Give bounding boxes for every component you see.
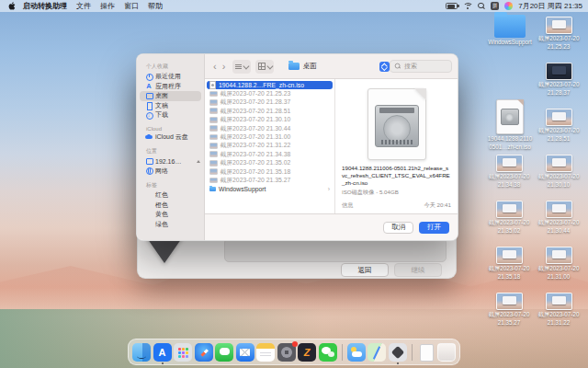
sidebar-item-label: iCloud 云盘 <box>155 132 188 142</box>
file-row-shot[interactable]: 截屏2023-07-20 21.31.22 <box>207 142 333 150</box>
dock-divider <box>412 344 413 361</box>
sidebar-item-tag-red[interactable]: 红色 <box>137 190 204 201</box>
sidebar-item-desktop[interactable]: 桌面 <box>140 91 201 101</box>
list-view-icon <box>235 64 242 65</box>
wifi-icon[interactable] <box>463 3 472 10</box>
desktop-screenshot-icon[interactable]: 截屏2023-07-2021.30.10 <box>533 155 584 188</box>
desktop-icon-label: WindowsSupport <box>484 39 536 46</box>
file-row-shot[interactable]: 截屏2023-07-20 21.35.02 <box>207 159 333 167</box>
view-options-button[interactable] <box>232 60 251 74</box>
sidebar-item-tag-yellow[interactable]: 黄色 <box>137 210 204 220</box>
file-row-shot[interactable]: 截屏2023-07-20 21.35.18 <box>207 167 333 176</box>
menu-bar-clock[interactable]: 7月20日 周四 21:35 <box>518 1 582 11</box>
desktop-screenshot-icon[interactable]: 截屏2023-07-2021.35.27 <box>483 293 535 326</box>
preview-info-label: 信息 <box>342 201 353 210</box>
spotlight-icon[interactable] <box>478 3 485 10</box>
search-field[interactable]: 搜索 <box>390 60 452 73</box>
file-row-shot[interactable]: 截屏2023-07-20 21.25.23 <box>207 89 333 98</box>
apple-menu-icon[interactable] <box>8 2 16 10</box>
dock-weather-icon[interactable] <box>347 343 366 362</box>
hard-drive-icon <box>375 105 419 147</box>
desktop-screenshot-icon[interactable]: 截屏2023-07-2021.30.44 <box>533 201 584 234</box>
dialog-toolbar: ‹ › 桌面 搜索 <box>205 54 458 79</box>
back-nav-button[interactable]: ‹ <box>210 62 220 72</box>
open-button[interactable]: 打开 <box>419 222 449 234</box>
sidebar-item-download[interactable]: 下载 <box>137 110 204 121</box>
file-row-folder[interactable]: WindowsSupport› <box>207 185 333 193</box>
desktop-screenshot-icon[interactable]: 截屏2023-07-2021.34.38 <box>483 155 535 188</box>
dock-bolt-app-icon[interactable]: Z <box>298 343 316 362</box>
menu-item-3[interactable]: 帮助 <box>148 1 163 11</box>
desktop-screenshot-icon[interactable]: 截屏2023-07-2021.28.51 <box>533 109 584 142</box>
desktop-icon-label: 截屏2023-07-20 <box>533 81 584 88</box>
desktop-screenshot-icon[interactable]: 截屏2023-07-2021.31.22 <box>533 293 584 326</box>
screenshot-icon <box>209 117 218 123</box>
desktop-icon-label: 截屏2023-07-20 <box>483 219 535 226</box>
location-popup[interactable]: 桌面 <box>288 62 390 72</box>
open-dialog: 个人收藏最近使用A应用程序桌面文稿下载iCloudiCloud 云盘位置192.… <box>136 53 458 241</box>
file-row-shot[interactable]: 截屏2023-07-20 21.30.44 <box>207 124 333 132</box>
forward-nav-button[interactable]: › <box>220 62 229 72</box>
file-row-shot[interactable]: 截屏2023-07-20 21.30.10 <box>207 116 333 124</box>
sidebar-section-header: iCloud <box>137 126 204 132</box>
desktop-screenshot-icon[interactable]: 截屏2023-07-2021.35.02 <box>483 201 535 234</box>
preview-filename: 19044.1288.211006-0501.21h2_release_svc_… <box>335 165 458 187</box>
sidebar-item-cloud[interactable]: iCloud 云盘 <box>137 132 204 143</box>
file-row-label: 截屏2023-07-20 21.30.10 <box>220 116 291 124</box>
cancel-button[interactable]: 取消 <box>383 222 413 234</box>
disclosure-chevron-icon[interactable]: › <box>328 186 330 192</box>
eject-icon[interactable] <box>197 160 200 163</box>
battery-icon[interactable] <box>446 3 458 9</box>
continue-button[interactable]: 继续 <box>394 263 442 277</box>
file-row-shot[interactable]: 截屏2023-07-20 21.34.38 <box>207 150 333 158</box>
dock-mail-icon[interactable] <box>236 343 254 362</box>
sidebar-item-tag-green[interactable]: 绿色 <box>137 220 204 230</box>
desktop-screenshot-icon[interactable]: 截屏2023-07-2021.35.18 <box>483 247 535 280</box>
dock-messages-icon[interactable] <box>215 343 233 362</box>
dock-trash-icon[interactable] <box>437 343 456 362</box>
desktop-screenshot-icon[interactable]: 截屏2023-07-2021.25.23 <box>533 17 584 50</box>
dock-wechat-icon[interactable] <box>319 343 337 362</box>
menu-item-1[interactable]: 操作 <box>100 1 115 11</box>
dock-launchpad-icon[interactable] <box>174 343 192 362</box>
dock-safari-icon[interactable] <box>195 343 213 362</box>
desktop-screenshot-icon[interactable]: 截屏2023-07-2021.31.00 <box>533 247 584 280</box>
dock-app-store-icon[interactable]: A <box>153 343 172 362</box>
desktop-iso-file[interactable]: 19044.1288.21100501…zh-cn.iso <box>484 99 536 150</box>
sidebar-item-doc[interactable]: 文稿 <box>137 101 204 111</box>
dock-finder-icon[interactable] <box>132 343 151 362</box>
iso-path-field[interactable] <box>224 238 447 262</box>
file-row-shot[interactable]: 截屏2023-07-20 21.28.37 <box>207 98 333 107</box>
dock-documents-icon[interactable] <box>417 343 435 362</box>
back-button[interactable]: 返回 <box>341 263 389 277</box>
screenshot-icon <box>209 99 218 106</box>
file-row-shot[interactable]: 截屏2023-07-20 21.28.51 <box>207 107 333 115</box>
screenshot-thumbnail <box>546 109 572 126</box>
clock-icon <box>145 73 153 80</box>
sidebar-item-globe[interactable]: 网络 <box>137 167 204 177</box>
iso-file-icon <box>496 99 524 134</box>
dock-maps-icon[interactable] <box>368 343 386 362</box>
sidebar-item-label: 桌面 <box>155 91 168 100</box>
file-row-shot[interactable]: 截屏2023-07-20 21.35.27 <box>207 176 333 184</box>
menu-item-2[interactable]: 窗口 <box>124 1 139 11</box>
menu-app-name[interactable]: 启动转换助理 <box>23 1 67 11</box>
dock-notes-icon[interactable] <box>256 343 275 362</box>
desktop-folder-windowssupport[interactable]: WindowsSupport <box>484 15 536 46</box>
chevron-down-icon <box>243 63 249 68</box>
dock-fan-app-icon[interactable] <box>277 343 296 362</box>
desktop-icon-label: 21.28.51 <box>533 135 584 143</box>
dock-bootcamp-icon[interactable] <box>389 343 407 362</box>
group-options-button[interactable] <box>255 60 274 74</box>
sidebar-item-label: 应用程序 <box>155 82 181 91</box>
file-row-shot[interactable]: 截屏2023-07-20 21.31.00 <box>207 132 333 141</box>
file-row-iso[interactable]: 19044.1288.2…FRE_zh-cn.iso <box>207 81 333 89</box>
desktop-screenshot-icon[interactable]: 截屏2023-07-2021.28.37 <box>533 63 584 96</box>
sidebar-item-display[interactable]: 192.16… <box>137 156 204 167</box>
sidebar-item-apps[interactable]: A应用程序 <box>137 82 204 92</box>
menu-item-0[interactable]: 文件 <box>76 1 91 11</box>
siri-icon[interactable] <box>504 2 513 10</box>
sidebar-item-clock[interactable]: 最近使用 <box>137 72 204 82</box>
input-source-icon[interactable]: 拼 <box>491 2 499 10</box>
sidebar-item-tag-orange[interactable]: 橙色 <box>137 201 204 211</box>
